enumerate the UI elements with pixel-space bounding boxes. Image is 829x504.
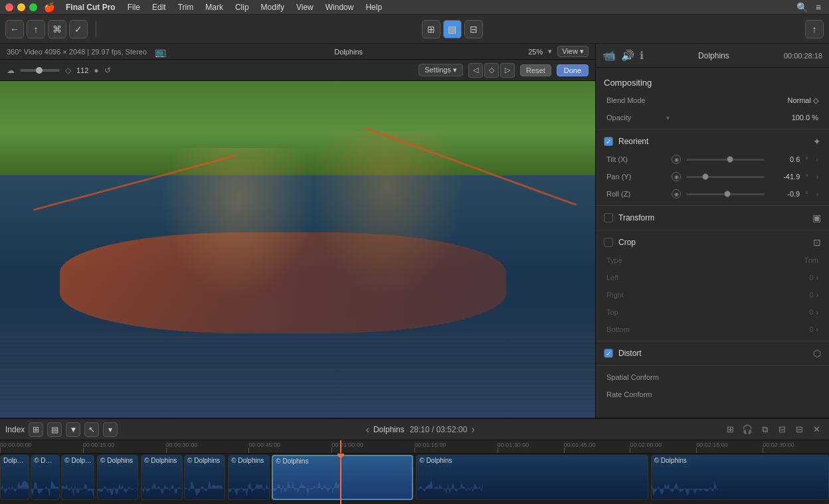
waveform-svg [273, 479, 411, 497]
close-button[interactable] [5, 3, 13, 11]
viewer-monitor-icon: 📺 [152, 46, 169, 57]
minimize-button[interactable] [17, 3, 25, 11]
timeline-arrow-button[interactable]: ▾ [103, 422, 118, 437]
toolbar-right: ↑ [805, 20, 824, 39]
crop-top-arrow: › [816, 309, 818, 316]
file-menu[interactable]: File [122, 0, 145, 15]
divider-2 [596, 205, 829, 206]
transform-icon: ▣ [812, 212, 821, 223]
timeline-center-info: Dolphins 28:10 / 03:52:00 [373, 425, 467, 434]
crop-left-arrow: › [816, 274, 818, 282]
save-button[interactable]: ↑ [27, 20, 45, 39]
pan-slider[interactable] [686, 176, 765, 178]
timeline-clip-1[interactable]: © D… [31, 455, 60, 500]
reorient-checkbox[interactable]: ✓ [604, 137, 613, 146]
ruler-mark: 00:00:30:00 [166, 442, 198, 448]
reset-button[interactable]: Reset [520, 64, 551, 76]
window-menu[interactable]: Window [320, 0, 359, 15]
done-button[interactable]: Done [557, 64, 589, 76]
crop-top-row: Top 0 › [596, 303, 829, 321]
refresh-icon[interactable]: ↺ [104, 66, 111, 75]
timeline-clip-3[interactable]: © Dolphins [97, 455, 138, 500]
crop-bottom-label: Bottom [606, 325, 666, 333]
share-button[interactable]: ↑ [805, 20, 824, 39]
tilt-keyframe-button[interactable]: ◉ [672, 155, 681, 164]
timeline-prev-button[interactable]: ‹ [366, 424, 369, 436]
roll-keyframe-button[interactable]: ◉ [672, 189, 681, 199]
distort-checkbox[interactable]: ✓ [604, 349, 613, 358]
next-frame-button[interactable]: ▷ [500, 63, 515, 78]
zoom-in-button[interactable]: ⊞ [723, 422, 737, 437]
layout-button[interactable]: ⊟ [464, 20, 483, 39]
headphones-button[interactable]: 🎧 [740, 422, 755, 437]
search-icon[interactable]: 🔍 [794, 2, 810, 13]
mark-menu[interactable]: Mark [200, 0, 229, 15]
playhead[interactable] [340, 454, 341, 504]
check-button[interactable]: ✓ [69, 20, 88, 39]
prev-frame-button[interactable]: ◁ [468, 63, 483, 78]
timeline-clip-4[interactable]: © Dolphins [141, 455, 182, 500]
edit-menu[interactable]: Edit [147, 0, 171, 15]
pan-keyframe-button[interactable]: ◉ [672, 172, 681, 181]
clip-menu[interactable]: Clip [230, 0, 254, 15]
settings-button[interactable]: Settings ▾ [418, 64, 463, 76]
list-icon[interactable]: ≡ [813, 2, 824, 13]
grid-view-button[interactable]: ⊞ [422, 20, 440, 39]
timeline-clip-5[interactable]: © Dolphins [184, 455, 225, 500]
timeline-list-view-button[interactable]: ▤ [47, 422, 62, 437]
key-button[interactable]: ⌘ [48, 20, 66, 39]
timeline-settings-button[interactable]: ▼ [66, 422, 80, 437]
back-button[interactable]: ← [5, 20, 24, 39]
timeline-clip-2[interactable]: © Dolp… [61, 455, 94, 500]
export-button[interactable]: ⊟ [792, 422, 806, 437]
center-button[interactable]: ◇ [484, 63, 499, 78]
ruler-line [763, 448, 763, 453]
timeline-index-label[interactable]: Index [5, 425, 25, 434]
timeline-next-button[interactable]: › [471, 424, 474, 436]
tilt-value: 0.6 [770, 155, 800, 163]
tilt-slider[interactable] [686, 159, 765, 161]
view-button[interactable]: View ▾ [557, 46, 589, 57]
crop-checkbox[interactable] [604, 238, 613, 247]
divider-4 [596, 341, 829, 341]
app-name-menu[interactable]: Final Cut Pro [60, 0, 121, 15]
playhead-ruler-indicator [340, 440, 341, 453]
compositing-label: Compositing [604, 78, 652, 88]
fullscreen-button[interactable] [29, 3, 37, 11]
clip-button[interactable]: ⊟ [775, 422, 789, 437]
view-menu[interactable]: View [291, 0, 319, 15]
audio-inspector-tab[interactable]: 🔊 [621, 49, 634, 62]
crop-bottom-arrow: › [816, 326, 818, 333]
tilt-unit: ° [805, 155, 808, 163]
opacity-value[interactable]: 100.0 % [672, 114, 818, 122]
timeline-clip-8[interactable]: © Dolphins [416, 455, 648, 500]
crop-row: Crop ⊡ [596, 233, 829, 252]
video-inspector-tab[interactable]: 📹 [602, 49, 616, 62]
clip-label: © Dolphins [141, 456, 181, 465]
timeline-clip-view-button[interactable]: ⊞ [29, 422, 43, 437]
pan-row: Pan (Y) ◉ -41.9 ° › [596, 168, 829, 185]
maximize-button[interactable]: ✕ [809, 422, 824, 437]
blend-mode-value[interactable]: Normal ◇ [666, 96, 818, 105]
timeline-clip-0[interactable]: Dolp… [0, 455, 29, 500]
timeline-clip-6[interactable]: © Dolphins [228, 455, 269, 500]
transform-checkbox[interactable] [604, 213, 613, 222]
timeline-clip-9[interactable]: © Dolphins [651, 455, 829, 500]
link-button[interactable]: ⧉ [757, 422, 772, 437]
roll-slider[interactable] [686, 193, 765, 195]
modify-menu[interactable]: Modify [256, 0, 290, 15]
ruler-line [248, 448, 249, 453]
brightness-slider[interactable] [20, 69, 60, 72]
list-view-button[interactable]: ▤ [443, 20, 462, 39]
clip-label: © Dolphins [185, 456, 225, 465]
timeline-tracks[interactable]: Dolp…© D…© Dolp…© Dolphins© Dolphins© Do… [0, 454, 829, 504]
info-inspector-tab[interactable]: ℹ [640, 49, 644, 62]
clip-label: © Dolphins [416, 456, 647, 465]
brightness-slider-group[interactable] [20, 69, 60, 72]
help-menu[interactable]: Help [360, 0, 387, 15]
inspector-panel: 📹 🔊 ℹ Dolphins 00:00:28:18 Compositing B… [595, 44, 829, 418]
timeline-cursor-button[interactable]: ↖ [84, 422, 99, 437]
trim-menu[interactable]: Trim [173, 0, 199, 15]
timeline-clip-7[interactable]: © Dolphins [272, 455, 413, 500]
waveform-svg [652, 479, 828, 498]
